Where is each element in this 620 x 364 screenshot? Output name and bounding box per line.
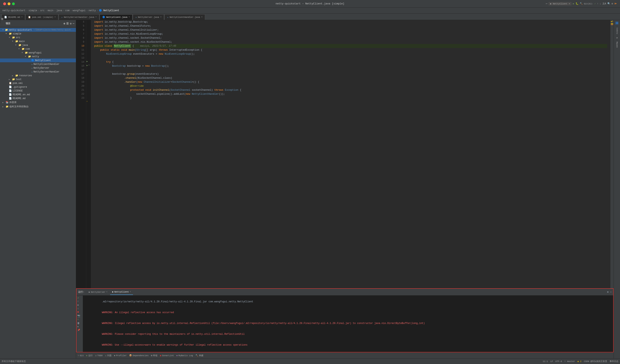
tree-test[interactable]: ▶ 📁 test <box>0 77 76 81</box>
tab-server[interactable]: ☕ NettyServer.java × <box>133 14 164 20</box>
trash-icon[interactable]: 🗑 <box>77 322 82 325</box>
vcs-icon[interactable]: ⟵ <box>546 2 547 5</box>
tree-gitignore[interactable]: ▶ 📄 .gitignore <box>0 85 76 89</box>
tree-expand-arrow[interactable]: ▼ <box>2 29 4 31</box>
tab-pom[interactable]: 📋 pom.xml (simple) × <box>25 14 58 20</box>
camera-icon[interactable]: 📷 <box>77 314 82 317</box>
tab-netty-client[interactable]: 🔵 NettyClient.java × <box>100 14 133 20</box>
panel-close-icon[interactable]: — <box>610 291 612 293</box>
toolbar-mybatis[interactable]: ◆ MyBatis Log <box>176 354 193 357</box>
breadcrumb-main[interactable]: main <box>48 9 53 12</box>
run-button[interactable]: ▶ <box>573 2 574 5</box>
tree-license[interactable]: ▶ 📄 LICENSE <box>0 89 76 93</box>
tree-readme[interactable]: ▶ 📄 README.md <box>0 96 76 100</box>
bookmark-line11[interactable]: □ <box>89 64 90 66</box>
debug-button[interactable]: 🐛 <box>575 2 579 5</box>
tab-server-handler[interactable]: ☕ NettyServerHandler.java × <box>59 14 99 20</box>
panel-settings-icon[interactable]: ⚙ <box>607 290 609 293</box>
git-down[interactable]: ↓ <box>600 2 601 5</box>
breadcrumb-java[interactable]: java <box>57 9 62 12</box>
tree-wangfugui[interactable]: ▼ 📁 wangfugui <box>0 51 76 55</box>
tree-java[interactable]: ▼ 📁 java <box>0 43 76 47</box>
breadcrumb-simple[interactable]: simple <box>29 9 37 12</box>
tree-com[interactable]: ▼ 📁 com <box>0 47 76 51</box>
right-sidebar-codota[interactable]: Codota <box>616 28 618 34</box>
run-config-dropdown[interactable]: ▶ NettyClient ▾ <box>548 2 572 5</box>
client-tab-close[interactable]: × <box>130 291 131 293</box>
toolbar-dependencies[interactable]: 📦 Dependencies <box>129 354 149 357</box>
toolbar-git[interactable]: ⑂ Git <box>78 354 84 357</box>
tree-netty-client[interactable]: ▶ 🔵 NettyClient <box>0 59 76 62</box>
scroll-up-icon[interactable]: ↑ <box>77 300 82 303</box>
toolbar-run[interactable]: ▶ 运行 <box>86 354 93 357</box>
help-icon[interactable]: ≫ <box>614 2 617 5</box>
maximize-button[interactable] <box>12 2 15 5</box>
tree-external-libs[interactable]: ▶ 📚 外部库 <box>0 100 76 105</box>
translate-icon[interactable]: 文A <box>602 2 606 5</box>
breadcrumb-wangfugui[interactable]: wangfugui <box>73 9 86 12</box>
tree-main[interactable]: ▼ 📁 main <box>0 39 76 43</box>
tree-server-handler[interactable]: ▶ ☕ NettyServerHandler <box>0 70 76 74</box>
minimize-button[interactable] <box>8 2 10 5</box>
sync-icon[interactable]: ⊕ <box>64 22 65 25</box>
close-button[interactable] <box>3 2 6 5</box>
right-sidebar-maven[interactable]: Maven <box>616 42 618 48</box>
breadcrumb-com[interactable]: com <box>65 9 70 12</box>
warning-line19[interactable]: ⚠ <box>87 100 88 102</box>
tree-src[interactable]: ▼ 📁 src <box>0 36 76 39</box>
toolbar-build[interactable]: 🔨 构建 <box>195 354 203 357</box>
warning-count[interactable]: ▲2 <box>611 20 613 23</box>
tab-close-pom[interactable]: × <box>54 16 56 18</box>
tree-resources[interactable]: ▶ 📁 resources <box>0 74 76 77</box>
clear-icon[interactable]: + <box>77 318 82 321</box>
settings-icon[interactable]: ⚙ <box>70 22 72 25</box>
tree-netty-server[interactable]: ▶ ☕ NettyServer <box>0 66 76 70</box>
wrap-icon[interactable]: ≡ <box>77 326 82 328</box>
tab-close-server-handler[interactable]: × <box>95 16 97 18</box>
tab-close-server[interactable]: × <box>160 16 161 18</box>
toolbar-terminal[interactable]: ⊞ 终端 <box>151 354 158 357</box>
vcs-master[interactable]: ⑂ master <box>564 360 575 363</box>
tree-netty-client-handler[interactable]: ▶ ☕ NettyClientHandler <box>0 62 76 66</box>
breadcrumb-file[interactable]: 🔵 NettyClient <box>99 9 119 12</box>
breadcrumb-netty[interactable]: netty <box>89 9 96 12</box>
toolbar-problems[interactable]: ⚠ 问题 <box>105 354 111 357</box>
git-up[interactable]: ↑ <box>597 2 598 5</box>
tab-close-client[interactable]: × <box>129 16 130 18</box>
tree-root[interactable]: ▼ 📁 netty-quickstart ~/IdeaProjects/demo… <box>0 28 76 32</box>
close-sidebar-icon[interactable]: — <box>73 22 74 25</box>
console-output[interactable]: .m2/repository/io/netty/netty-all/4.1.20… <box>83 296 613 352</box>
toolbar-sonar[interactable]: ◉ SonarLint <box>160 354 174 357</box>
settings-icon[interactable]: ⚙ <box>612 2 613 5</box>
build-button[interactable]: 🔨 <box>580 2 583 5</box>
right-sidebar-m[interactable]: m <box>616 37 618 38</box>
tree-pom-xml[interactable]: ▶ 📋 pom.xml <box>0 81 76 85</box>
run-button-line11[interactable]: ▶ <box>87 64 88 67</box>
tree-netty[interactable]: ▼ 📁 netty <box>0 55 76 59</box>
right-sidebar-icon1[interactable]: X <box>615 22 618 24</box>
toolbar-profiler[interactable]: ◈ Profiler <box>114 354 126 357</box>
tree-scratches[interactable]: ▶ 📁 临时文件和控制台 <box>0 105 76 109</box>
search-icon[interactable]: 🔍 <box>607 2 610 5</box>
scroll-down-icon[interactable]: ↓ <box>77 307 82 310</box>
window-controls[interactable] <box>3 2 15 5</box>
tree-simple[interactable]: ▼ 📁 simple <box>0 32 76 36</box>
pin-icon[interactable]: 📌 <box>77 329 82 331</box>
breadcrumb-src[interactable]: src <box>40 9 45 12</box>
breadcrumb-root[interactable]: netty-quickstart <box>2 9 25 12</box>
run-button-line10[interactable]: ▶ <box>87 60 88 63</box>
code-content[interactable]: import io.netty.bootstrap.Bootstrap; imp… <box>91 20 610 288</box>
bottom-tab-netty-server[interactable]: ▶ NettyServer × <box>87 289 109 295</box>
tab-client-handler[interactable]: ☕ NettyClientHandler.java × <box>164 14 205 20</box>
settings-icon2[interactable]: ⚙ <box>77 304 82 306</box>
restart-icon[interactable]: ↺ <box>77 296 82 299</box>
toolbar-todo[interactable]: ☑ TODO <box>95 354 103 357</box>
server-tab-close[interactable]: × <box>106 291 107 293</box>
tab-readme[interactable]: 📄 README.md × <box>2 14 25 20</box>
stop-icon[interactable]: ■ <box>77 311 82 314</box>
tree-readme-en[interactable]: ▶ 📄 README.en.md <box>0 93 76 96</box>
git-check[interactable]: ✓ <box>594 2 596 5</box>
collapse-icon[interactable]: ☰ <box>66 22 69 25</box>
tab-close-client-handler[interactable]: × <box>201 16 202 18</box>
tab-close-readme[interactable]: × <box>21 16 22 18</box>
